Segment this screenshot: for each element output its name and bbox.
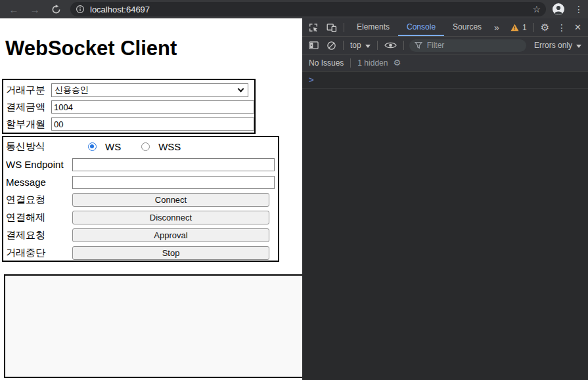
site-info-icon[interactable]: [76, 5, 85, 14]
installment-label: 할부개월: [6, 118, 51, 131]
connection-form: 통신방식 WS WSS WS Endpoint Message 연결요청 Con…: [2, 136, 279, 262]
warning-triangle-icon: [510, 24, 519, 32]
endpoint-input[interactable]: [72, 158, 275, 171]
transaction-type-label: 거래구분: [6, 84, 51, 96]
approval-button[interactable]: Approval: [72, 228, 269, 242]
devtools-menu-icon[interactable]: ⋮: [557, 22, 566, 33]
clear-console-icon[interactable]: [327, 41, 336, 51]
url-text[interactable]: localhost:64697: [90, 5, 528, 14]
separator: [533, 23, 534, 32]
separator: [350, 58, 351, 68]
disconnect-row: 연결해제 Disconnect: [6, 209, 278, 226]
page-content: WebSocket Client 거래구분 신용승인 결제금액 할부개월 통신방…: [0, 18, 302, 380]
message-label: Message: [6, 177, 72, 188]
console-output[interactable]: >: [302, 72, 588, 89]
console-prompt-row[interactable]: >: [302, 72, 588, 89]
back-icon[interactable]: ←: [6, 4, 22, 15]
console-sidebar-icon[interactable]: [309, 41, 319, 50]
chevron-down-icon: [238, 86, 244, 93]
context-selector[interactable]: top: [350, 41, 371, 50]
connect-button[interactable]: Connect: [72, 193, 269, 207]
filter-funnel-icon: [415, 41, 422, 49]
method-row: 통신방식 WS WSS: [6, 138, 278, 156]
tab-sources[interactable]: Sources: [444, 18, 490, 36]
devtools-panel: Elements Console Sources » 1 ⚙ ⋮ ✕: [302, 18, 588, 380]
page-title: WebSocket Client: [5, 37, 177, 60]
stop-row: 거래중단 Stop: [6, 244, 278, 262]
approval-label: 결제요청: [6, 229, 72, 242]
chevron-down-icon: [576, 45, 581, 48]
separator: [344, 23, 344, 32]
endpoint-row: WS Endpoint: [6, 156, 278, 173]
browser-toolbar: ← → localhost:64697 ☆ ⋮: [0, 0, 588, 18]
console-filter[interactable]: [409, 39, 526, 52]
amount-row: 결제금액: [6, 98, 254, 116]
separator: [403, 41, 404, 50]
context-selector-label: top: [350, 41, 361, 50]
message-input[interactable]: [72, 176, 275, 189]
transaction-type-value: 신용승인: [55, 84, 89, 96]
method-label: 통신방식: [6, 140, 72, 153]
warning-badge[interactable]: 1: [510, 23, 527, 32]
transaction-type-row: 거래구분 신용승인: [6, 81, 254, 98]
hidden-settings-icon[interactable]: ⚙: [393, 58, 401, 68]
tab-elements[interactable]: Elements: [348, 18, 398, 36]
ws-radio[interactable]: [88, 142, 97, 151]
transaction-type-select[interactable]: 신용승인: [51, 83, 248, 97]
devtools-tab-bar: Elements Console Sources » 1 ⚙ ⋮ ✕: [302, 18, 588, 37]
installment-input[interactable]: [51, 117, 254, 131]
endpoint-label: WS Endpoint: [6, 159, 72, 170]
connect-label: 연결요청: [6, 194, 72, 206]
bookmark-star-icon[interactable]: ☆: [532, 4, 541, 14]
devtools-settings-icon[interactable]: ⚙: [541, 22, 549, 33]
live-expression-eye-icon[interactable]: [384, 41, 397, 49]
separator: [343, 41, 344, 50]
console-toolbar: top Errors only: [302, 37, 588, 54]
tab-console[interactable]: Console: [398, 18, 444, 36]
issues-status[interactable]: No Issues: [309, 58, 344, 68]
stop-label: 거래중단: [6, 247, 72, 259]
log-level-selector[interactable]: Errors only: [534, 41, 581, 50]
amount-input[interactable]: [51, 100, 254, 114]
wss-radio[interactable]: [141, 142, 150, 151]
address-bar[interactable]: localhost:64697 ☆: [70, 2, 546, 16]
separator: [377, 41, 378, 50]
disconnect-label: 연결해제: [6, 211, 72, 224]
stop-button[interactable]: Stop: [72, 246, 269, 260]
message-row: Message: [6, 173, 278, 191]
devtools-close-icon[interactable]: ✕: [574, 22, 581, 32]
ws-radio-label[interactable]: WS: [105, 141, 121, 152]
log-area: [4, 274, 302, 378]
browser-window: ← → localhost:64697 ☆ ⋮: [0, 0, 588, 380]
profile-avatar[interactable]: [553, 3, 564, 15]
avatar-icon: [553, 3, 564, 15]
device-toolbar-icon[interactable]: [327, 22, 337, 33]
wss-radio-label[interactable]: WSS: [158, 141, 181, 152]
connect-row: 연결요청 Connect: [6, 191, 278, 209]
filter-input[interactable]: [427, 41, 512, 50]
disconnect-button[interactable]: Disconnect: [72, 211, 269, 224]
issues-bar: No Issues 1 hidden ⚙: [302, 54, 588, 72]
transaction-form: 거래구분 신용승인 결제금액 할부개월: [2, 79, 256, 134]
installment-row: 할부개월: [6, 116, 254, 133]
browser-menu-icon[interactable]: ⋮: [572, 4, 585, 14]
amount-label: 결제금액: [6, 101, 51, 114]
console-prompt-chevron: >: [309, 75, 314, 85]
reload-glyph: [51, 5, 61, 14]
forward-icon[interactable]: →: [27, 4, 43, 15]
warning-count: 1: [522, 23, 527, 32]
chevron-down-icon: [365, 45, 371, 48]
approval-row: 결제요청 Approval: [6, 226, 278, 244]
hidden-messages-count[interactable]: 1 hidden: [357, 58, 388, 68]
more-tabs-icon[interactable]: »: [490, 22, 503, 33]
log-level-label: Errors only: [534, 41, 572, 50]
inspect-element-icon[interactable]: [308, 22, 319, 33]
reload-icon[interactable]: [48, 5, 64, 14]
